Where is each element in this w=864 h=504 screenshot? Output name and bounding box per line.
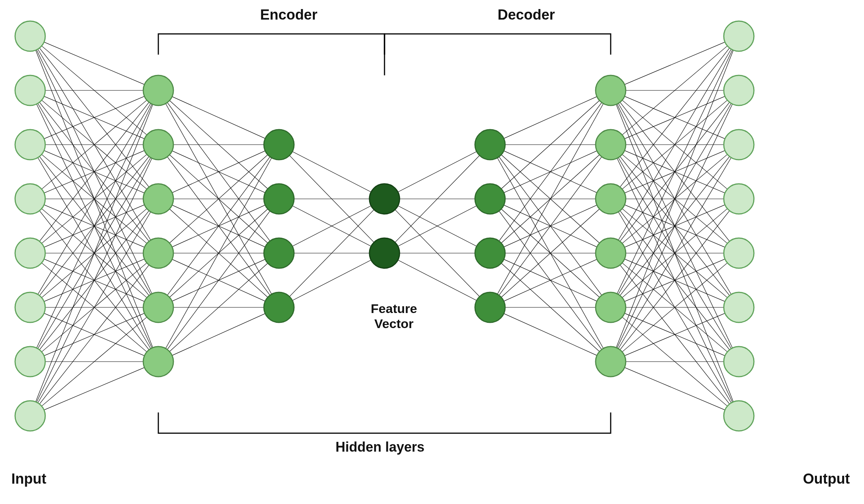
neuron-output-2 [724, 130, 754, 160]
neuron-decoder_h1-4 [596, 292, 626, 322]
svg-line-111 [504, 313, 597, 355]
neuron-input-5 [15, 292, 45, 322]
neuron-output-6 [724, 347, 754, 377]
neuron-output-4 [724, 238, 754, 268]
svg-line-43 [37, 158, 152, 402]
neuron-input-4 [15, 238, 45, 268]
neuron-input-1 [15, 75, 45, 105]
neuron-feature_vector-0 [369, 184, 400, 214]
neuron-encoder_h2-1 [264, 184, 294, 214]
svg-line-72 [293, 151, 371, 192]
svg-line-144 [617, 50, 732, 294]
neuron-output-3 [724, 184, 754, 214]
neuron-encoder_h1-0 [143, 75, 173, 105]
svg-line-112 [625, 42, 725, 85]
neuron-encoder_h1-5 [143, 347, 173, 377]
neuron-output-5 [724, 292, 754, 322]
label-input: Input [11, 471, 46, 487]
neuron-decoder_h2-3 [475, 292, 505, 322]
neuron-input-7 [15, 401, 45, 431]
neuron-input-2 [15, 130, 45, 160]
neuron-encoder_h1-2 [143, 184, 173, 214]
diagram-canvas: Encoder Decoder Feature Vector Hidden la… [0, 0, 864, 504]
neuron-output-1 [724, 75, 754, 105]
neuron-input-3 [15, 184, 45, 214]
neuron-encoder_h2-0 [264, 130, 294, 160]
svg-line-159 [625, 368, 725, 410]
neuron-encoder_h2-3 [264, 292, 294, 322]
neuron-input-0 [15, 21, 45, 51]
label-feature-vector-line2: Vector [362, 316, 426, 331]
neuron-output-7 [724, 401, 754, 431]
network-svg [0, 0, 864, 504]
neuron-decoder_h1-5 [596, 347, 626, 377]
svg-line-48 [172, 96, 265, 138]
neuron-decoder_h2-1 [475, 184, 505, 214]
neuron-decoder_h1-2 [596, 184, 626, 214]
neuron-decoder_h1-0 [596, 75, 626, 105]
label-feature-vector-line1: Feature [362, 301, 426, 316]
neuron-encoder_h1-1 [143, 130, 173, 160]
neuron-decoder_h1-1 [596, 130, 626, 160]
label-decoder: Decoder [498, 7, 555, 23]
label-encoder: Encoder [260, 7, 317, 23]
svg-line-79 [293, 260, 371, 300]
neuron-encoder_h1-3 [143, 238, 173, 268]
neuron-output-0 [724, 21, 754, 51]
svg-line-47 [44, 368, 144, 410]
svg-line-80 [398, 151, 477, 192]
svg-line-71 [172, 313, 265, 355]
svg-line-87 [398, 260, 477, 300]
neuron-encoder_h1-4 [143, 292, 173, 322]
svg-line-88 [504, 96, 597, 138]
neuron-input-6 [15, 347, 45, 377]
neuron-decoder_h2-2 [475, 238, 505, 268]
label-hidden-layers: Hidden layers [335, 439, 424, 455]
neuron-feature_vector-1 [369, 238, 400, 268]
svg-line-0 [44, 42, 144, 85]
neuron-encoder_h2-2 [264, 238, 294, 268]
svg-line-69 [167, 211, 270, 350]
neuron-decoder_h1-3 [596, 238, 626, 268]
svg-line-100 [499, 102, 602, 241]
neuron-decoder_h2-0 [475, 130, 505, 160]
label-output: Output [803, 471, 850, 487]
